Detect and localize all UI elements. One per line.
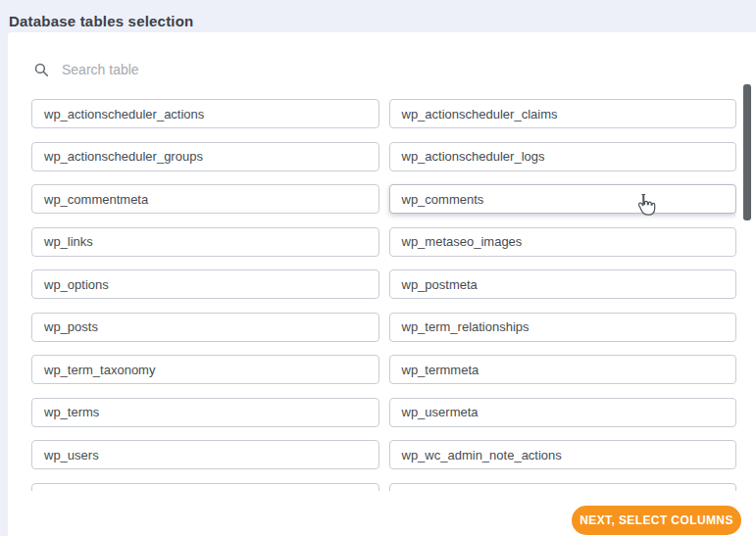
table-item[interactable]: wp_actionscheduler_claims: [389, 99, 737, 128]
table-item[interactable]: wp_comments: [389, 184, 737, 214]
table-item-label: wp_metaseo_images: [402, 234, 523, 249]
table-item[interactable]: wp_postmeta: [389, 269, 737, 299]
tables-grid: wp_actionscheduler_actions wp_actionsche…: [31, 99, 736, 491]
table-item-label: wp_term_relationships: [402, 319, 529, 334]
table-item[interactable]: wp_wc_admin_note_actions: [389, 440, 737, 469]
table-item[interactable]: wp_termmeta: [389, 355, 737, 384]
table-item-label: wp_terms: [44, 405, 99, 419]
table-item[interactable]: wp_terms: [31, 398, 379, 427]
table-item[interactable]: wp_actionscheduler_logs: [389, 142, 737, 171]
table-item-label: wp_usermeta: [402, 405, 479, 419]
table-item-label: wp_actionscheduler_groups: [44, 149, 203, 164]
table-item-label: wp_postmeta: [402, 277, 478, 292]
table-item-clipped[interactable]: [389, 483, 737, 492]
table-item-label: wp_commentmeta: [44, 192, 148, 207]
table-item-label: wp_options: [44, 277, 109, 292]
table-item[interactable]: wp_commentmeta: [31, 184, 379, 214]
database-tables-selection-page: { "page": { "title": "Database tables se…: [0, 0, 756, 536]
scrollbar-thumb[interactable]: [743, 84, 751, 220]
table-item-clipped[interactable]: [31, 483, 379, 492]
search-input[interactable]: [60, 61, 417, 78]
table-item-label: wp_comments: [402, 192, 484, 207]
table-item[interactable]: wp_actionscheduler_groups: [31, 142, 379, 171]
table-item-label: wp_posts: [44, 319, 98, 334]
tables-selection-card: wp_actionscheduler_actions wp_actionsche…: [8, 32, 756, 536]
table-item[interactable]: wp_metaseo_images: [389, 227, 737, 257]
table-item[interactable]: wp_posts: [31, 313, 379, 342]
table-item[interactable]: wp_users: [31, 440, 379, 469]
table-item[interactable]: wp_options: [31, 269, 379, 299]
table-item-label: wp_actionscheduler_claims: [402, 107, 558, 122]
table-item[interactable]: wp_term_relationships: [389, 313, 737, 342]
table-item-label: wp_actionscheduler_actions: [44, 107, 204, 122]
table-item[interactable]: wp_usermeta: [389, 398, 737, 427]
table-item-label: wp_term_taxonomy: [44, 363, 155, 377]
table-item-label: wp_users: [44, 448, 99, 463]
next-select-columns-button[interactable]: NEXT, SELECT COLUMNS: [572, 506, 741, 535]
table-item-label: wp_links: [44, 234, 93, 249]
table-item-label: wp_wc_admin_note_actions: [402, 448, 562, 463]
table-item[interactable]: wp_links: [31, 227, 379, 257]
table-item[interactable]: wp_actionscheduler_actions: [31, 99, 379, 128]
table-item-label: wp_termmeta: [402, 363, 479, 377]
search-icon: [34, 63, 49, 77]
search-bar: [34, 56, 417, 83]
table-item[interactable]: wp_term_taxonomy: [31, 355, 379, 384]
table-item-label: wp_actionscheduler_logs: [402, 149, 545, 164]
page-title: Database tables selection: [9, 13, 193, 29]
